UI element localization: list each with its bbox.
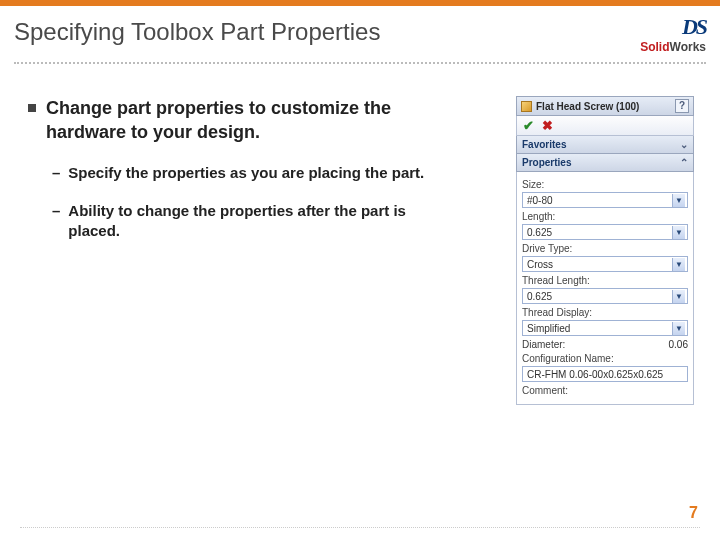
- dropdown-arrow-icon: ▼: [672, 258, 685, 271]
- part-icon: [521, 101, 532, 112]
- logo-ds: DS: [640, 14, 706, 40]
- property-manager-panel: Flat Head Screw (100) ? ✔ ✖ Favorites ⌄ …: [516, 96, 694, 405]
- dropdown-arrow-icon: ▼: [672, 226, 685, 239]
- drive-type-value: Cross: [527, 259, 553, 270]
- bullet-sub-1: – Specify the properties as you are plac…: [52, 163, 428, 183]
- thread-length-value: 0.625: [527, 291, 552, 302]
- favorites-section-header[interactable]: Favorites ⌄: [516, 136, 694, 154]
- properties-body: Size: #0-80 ▼ Length: 0.625 ▼ Drive Type…: [516, 172, 694, 405]
- chevron-icon: ⌄: [680, 139, 688, 150]
- thread-display-value: Simplified: [527, 323, 570, 334]
- content-area: Change part properties to customize the …: [28, 96, 428, 259]
- ok-button[interactable]: ✔: [523, 118, 534, 133]
- accent-bar: [0, 0, 720, 6]
- panel-title: Flat Head Screw (100): [536, 101, 671, 112]
- diameter-value: 0.06: [669, 339, 688, 350]
- size-select[interactable]: #0-80 ▼: [522, 192, 688, 208]
- size-value: #0-80: [527, 195, 553, 206]
- diameter-row: Diameter: 0.06: [522, 339, 688, 350]
- bullet-sub-2: – Ability to change the properties after…: [52, 201, 428, 242]
- thread-length-select[interactable]: 0.625 ▼: [522, 288, 688, 304]
- config-name-value: CR-FHM 0.06-00x0.625x0.625: [527, 369, 663, 380]
- length-select[interactable]: 0.625 ▼: [522, 224, 688, 240]
- page-title: Specifying Toolbox Part Properties: [14, 18, 380, 46]
- properties-label: Properties: [522, 157, 571, 168]
- thread-display-label: Thread Display:: [522, 307, 688, 318]
- page-number: 7: [689, 504, 698, 522]
- drive-type-select[interactable]: Cross ▼: [522, 256, 688, 272]
- bullet-main: Change part properties to customize the …: [28, 96, 428, 145]
- dropdown-arrow-icon: ▼: [672, 322, 685, 335]
- thread-display-select[interactable]: Simplified ▼: [522, 320, 688, 336]
- logo-solid: Solid: [640, 40, 669, 54]
- title-divider: [14, 62, 706, 64]
- drive-type-label: Drive Type:: [522, 243, 688, 254]
- bullet-main-text: Change part properties to customize the …: [46, 96, 428, 145]
- dash-icon: –: [52, 163, 60, 183]
- comment-label: Comment:: [522, 385, 688, 396]
- logo-works: Works: [670, 40, 706, 54]
- dash-icon: –: [52, 201, 60, 242]
- length-value: 0.625: [527, 227, 552, 238]
- dropdown-arrow-icon: ▼: [672, 290, 685, 303]
- chevron-up-icon: ⌃: [680, 157, 688, 168]
- panel-header: Flat Head Screw (100) ?: [516, 96, 694, 116]
- properties-section-header[interactable]: Properties ⌃: [516, 154, 694, 172]
- length-label: Length:: [522, 211, 688, 222]
- favorites-label: Favorites: [522, 139, 566, 150]
- logo-brand: SolidWorks: [640, 40, 706, 54]
- bullet-sub-1-text: Specify the properties as you are placin…: [68, 163, 424, 183]
- dropdown-arrow-icon: ▼: [672, 194, 685, 207]
- brand-logo: DS SolidWorks: [640, 14, 706, 54]
- config-name-label: Configuration Name:: [522, 353, 688, 364]
- size-label: Size:: [522, 179, 688, 190]
- square-bullet-icon: [28, 104, 36, 112]
- footer-divider: [20, 527, 700, 528]
- help-button[interactable]: ?: [675, 99, 689, 113]
- bullet-sub-2-text: Ability to change the properties after t…: [68, 201, 428, 242]
- cancel-button[interactable]: ✖: [542, 118, 553, 133]
- thread-length-label: Thread Length:: [522, 275, 688, 286]
- diameter-label: Diameter:: [522, 339, 565, 350]
- config-name-input[interactable]: CR-FHM 0.06-00x0.625x0.625: [522, 366, 688, 382]
- action-row: ✔ ✖: [516, 116, 694, 136]
